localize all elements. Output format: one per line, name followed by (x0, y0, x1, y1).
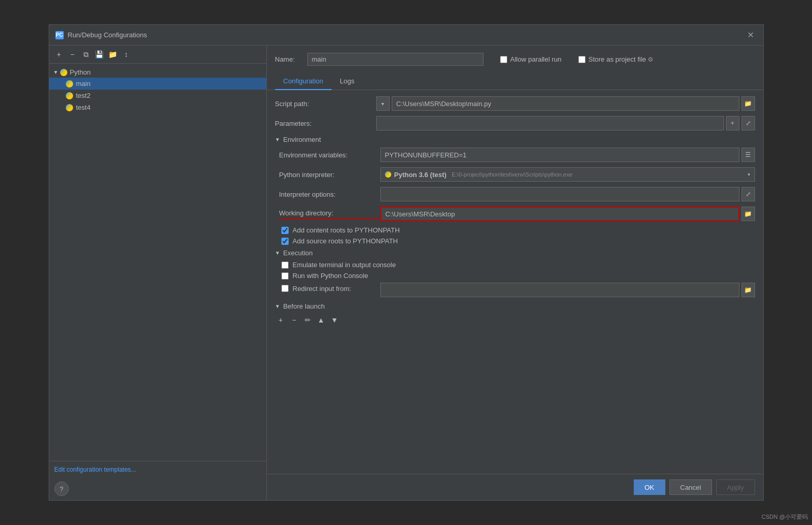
name-row: Name: Allow parallel run Store as projec… (267, 46, 763, 73)
interpreter-options-wrap: ⤢ (380, 187, 755, 201)
python-group-label: Python (69, 68, 90, 76)
before-launch-add-btn[interactable]: + (275, 314, 287, 326)
script-path-folder-btn[interactable]: 📁 (742, 96, 755, 111)
parameters-input[interactable] (376, 116, 724, 130)
environment-expand-icon: ▼ (275, 137, 280, 142)
dialog-footer: OK Cancel Apply (267, 474, 763, 500)
interpreter-chevron-icon: ▾ (748, 172, 750, 177)
script-path-input[interactable] (392, 96, 739, 111)
add-content-roots-label[interactable]: Add content roots to PYTHONPATH (293, 226, 400, 234)
config-area: Script path: ▾ 📁 Parameters: (267, 90, 763, 474)
save-config-button[interactable]: 💾 (94, 49, 105, 60)
python-item-icon (66, 92, 73, 99)
watermark: CSDN @小可爱吗 (762, 513, 808, 521)
tree-item-label: test2 (76, 92, 91, 99)
tab-logs[interactable]: Logs (332, 73, 363, 90)
apply-button[interactable]: Apply (716, 479, 755, 495)
python-interpreter-select[interactable]: Python 3.6 (test) E:\0-project\python\te… (380, 167, 755, 182)
folder-icon: 📁 (744, 286, 752, 294)
before-launch-remove-btn[interactable]: − (289, 314, 300, 326)
emulate-terminal-checkbox[interactable] (281, 261, 289, 269)
add-source-roots-label[interactable]: Add source roots to PYTHONPATH (293, 237, 398, 245)
edit-templates-link[interactable]: Edit configuration templates... (54, 466, 136, 473)
allow-parallel-label[interactable]: Allow parallel run (510, 55, 562, 63)
script-path-row: Script path: ▾ 📁 (275, 96, 755, 111)
run-python-console-checkbox[interactable] (281, 272, 289, 280)
run-python-console-row: Run with Python Console (279, 272, 755, 280)
execution-section-content: Emulate terminal in output console Run w… (275, 261, 755, 297)
sidebar: + − ⧉ 💾 📁 ↕ ▼ Python main (49, 46, 267, 500)
folder-config-button[interactable]: 📁 (107, 49, 119, 60)
copy-config-button[interactable]: ⧉ (80, 49, 92, 60)
title-bar-left: PC Run/Debug Configurations (55, 31, 147, 39)
python-group-header[interactable]: ▼ Python (49, 67, 266, 78)
parameters-expand-btn[interactable]: ⤢ (742, 116, 755, 130)
dialog-title: Run/Debug Configurations (68, 31, 147, 39)
redirect-input-folder-btn[interactable]: 📁 (742, 283, 755, 297)
ok-button[interactable]: OK (634, 479, 665, 495)
parameters-row: Parameters: + ⤢ (275, 116, 755, 130)
redirect-input-checkbox[interactable] (281, 285, 289, 292)
redirect-input-label[interactable]: Redirect input from: (293, 285, 351, 293)
add-config-button[interactable]: + (53, 49, 65, 60)
execution-section-header[interactable]: ▼ Execution (275, 249, 755, 257)
env-vars-label: Environment variables: (279, 151, 380, 159)
store-project-checkbox[interactable] (578, 56, 586, 63)
interpreter-options-label: Interpreter options: (279, 191, 380, 198)
script-path-label: Script path: (275, 100, 376, 108)
before-launch-header[interactable]: ▼ Before launch (275, 302, 755, 310)
before-launch-down-btn[interactable]: ▼ (329, 314, 340, 326)
before-launch-toolbar: + − ✏ ▲ ▼ (275, 314, 755, 326)
group-expand-icon: ▼ (53, 69, 59, 75)
interpreter-path: E:\0-project\python\test\venv\Scripts\py… (452, 171, 573, 178)
add-source-roots-checkbox[interactable] (281, 238, 289, 245)
tree-item-test4[interactable]: test4 (49, 101, 266, 113)
emulate-terminal-row: Emulate terminal in output console (279, 261, 755, 269)
help-button[interactable]: ? (54, 482, 69, 496)
cancel-button[interactable]: Cancel (669, 479, 712, 495)
env-vars-edit-btn[interactable]: ☰ (742, 148, 755, 162)
allow-parallel-row: Allow parallel run (500, 55, 562, 63)
before-launch-section: ▼ Before launch + − ✏ ▲ ▼ (275, 302, 755, 326)
parameters-plus-btn[interactable]: + (726, 116, 739, 130)
sidebar-toolbar: + − ⧉ 💾 📁 ↕ (49, 46, 266, 64)
working-dir-folder-btn[interactable]: 📁 (742, 207, 755, 221)
tree-item-main[interactable]: main (49, 78, 266, 90)
before-launch-label: Before launch (283, 302, 324, 310)
interpreter-options-expand-btn[interactable]: ⤢ (742, 187, 755, 201)
env-vars-input[interactable] (380, 148, 739, 162)
title-bar: PC Run/Debug Configurations ✕ (49, 25, 763, 46)
tabs-row: Configuration Logs (267, 73, 763, 90)
sidebar-footer: Edit configuration templates... (49, 461, 266, 477)
before-launch-up-btn[interactable]: ▲ (316, 314, 327, 326)
tree-item-label: main (76, 80, 91, 88)
redirect-input-field[interactable] (380, 283, 739, 297)
script-path-dropdown[interactable]: ▾ (376, 96, 390, 111)
interpreter-options-input[interactable] (380, 187, 739, 201)
add-content-roots-checkbox[interactable] (281, 227, 289, 234)
python-interpreter-label: Python interpreter: (279, 171, 380, 179)
script-path-wrap: ▾ 📁 (376, 96, 755, 111)
store-project-label: Store as project file ⚙ (589, 55, 654, 63)
remove-config-button[interactable]: − (67, 49, 78, 60)
allow-parallel-checkbox[interactable] (500, 56, 507, 63)
close-button[interactable]: ✕ (744, 29, 757, 41)
interpreter-options-row: Interpreter options: ⤢ (279, 187, 755, 201)
name-input[interactable] (307, 53, 483, 66)
sort-config-button[interactable]: ↕ (121, 49, 132, 60)
tree-item-test2[interactable]: test2 (49, 90, 266, 101)
python-item-icon (66, 104, 73, 111)
execution-section-label: Execution (283, 249, 312, 257)
environment-section-header[interactable]: ▼ Environment (275, 136, 755, 143)
parameters-label: Parameters: (275, 120, 376, 127)
gear-icon: ⚙ (648, 56, 653, 63)
working-dir-input[interactable] (380, 207, 739, 221)
before-launch-edit-btn[interactable]: ✏ (302, 314, 314, 326)
emulate-terminal-label[interactable]: Emulate terminal in output console (293, 261, 396, 269)
run-python-console-label[interactable]: Run with Python Console (293, 272, 368, 280)
parameters-wrap: + ⤢ (376, 116, 755, 130)
tab-configuration[interactable]: Configuration (275, 73, 332, 90)
working-dir-wrap: 📁 (380, 207, 755, 221)
add-content-roots-row: Add content roots to PYTHONPATH (279, 226, 755, 234)
interpreter-name: Python 3.6 (test) (394, 171, 447, 179)
